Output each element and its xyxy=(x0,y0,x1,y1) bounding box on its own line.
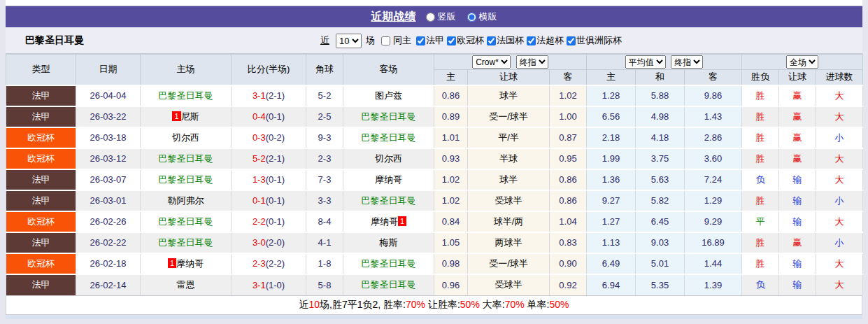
average-select[interactable]: 平均值 xyxy=(625,55,666,69)
home-team-name: 巴黎圣日耳曼 xyxy=(159,174,213,185)
radio-horizontal[interactable] xyxy=(467,13,476,22)
goals-result: 大 xyxy=(816,85,863,106)
league-checkbox[interactable] xyxy=(567,36,576,45)
handicap-result: 赢 xyxy=(779,232,816,253)
away-team-cell: 巴黎圣日耳曼 xyxy=(343,253,434,274)
league-label: 法甲 xyxy=(426,34,444,47)
winloss-result: 负 xyxy=(742,169,779,190)
league-checkbox[interactable] xyxy=(447,36,456,45)
corners-cell: 3-3 xyxy=(306,190,343,211)
rank-badge: 1 xyxy=(172,111,180,121)
avg-home-odds: 1.28 xyxy=(587,85,636,106)
scope-select[interactable]: 全场 xyxy=(786,55,818,69)
handicap-odds-group-header: Crow* 终指 xyxy=(434,55,587,70)
away-team-cell: 摩纳哥1 xyxy=(343,211,434,232)
handicap-away-odds: 0.86 xyxy=(550,190,587,211)
subcol-avg-home: 主 xyxy=(587,70,636,85)
summary-segment: 70% xyxy=(505,299,525,310)
league-filter[interactable]: 法超杯 xyxy=(524,34,564,47)
avg-home-odds: 9.27 xyxy=(587,190,636,211)
goals-result: 大 xyxy=(816,211,863,232)
avg-home-odds: 1.99 xyxy=(587,148,636,169)
bookmaker-select[interactable]: Crow* xyxy=(472,55,511,69)
radio-horizontal-option[interactable]: 横版 xyxy=(467,10,497,23)
league-type-badge: 欧冠杯 xyxy=(6,127,76,148)
league-type-badge: 法甲 xyxy=(6,274,76,295)
corners-cell: 4-1 xyxy=(306,232,343,253)
result-group-header: 全场 xyxy=(742,55,863,70)
avg-draw-odds: 6.45 xyxy=(636,211,685,232)
halftime-score: (2-1) xyxy=(266,153,285,164)
fulltime-score: 0-1 xyxy=(252,195,266,206)
away-team-cell: 切尔西 xyxy=(343,148,434,169)
fulltime-score: 0-4 xyxy=(252,111,266,122)
filter-controls: 近 10 场 同主 法甲 欧冠杯 法国杯 法超杯 世俱洲际杯 xyxy=(320,27,622,54)
match-date: 26-03-07 xyxy=(76,169,141,190)
handicap-home-odds: 1.02 xyxy=(434,190,468,211)
match-date: 26-03-22 xyxy=(76,106,141,127)
average-final-select[interactable]: 终指 xyxy=(671,55,703,69)
col-header-date: 日期 xyxy=(76,55,141,85)
winloss-result: 胜 xyxy=(742,190,779,211)
handicap-home-odds: 0.93 xyxy=(434,148,468,169)
avg-away-odds: 9.29 xyxy=(685,211,742,232)
handicap-result: 输 xyxy=(779,211,816,232)
winloss-result: 平 xyxy=(742,211,779,232)
handicap-result: 赢 xyxy=(779,106,816,127)
avg-away-odds: 1.39 xyxy=(685,274,742,295)
recent-count-select[interactable]: 10 xyxy=(336,34,362,48)
winloss-result: 胜 xyxy=(742,106,779,127)
subcol-handicap-line: 让球 xyxy=(468,70,550,85)
summary-segment: 70% xyxy=(406,299,425,310)
match-date: 26-02-26 xyxy=(76,211,141,232)
bookmaker-final-select[interactable]: 终指 xyxy=(516,55,548,69)
league-filters: 法甲 欧冠杯 法国杯 法超杯 世俱洲际杯 xyxy=(413,34,622,47)
halftime-score: (0-1) xyxy=(266,216,285,227)
league-filter[interactable]: 法甲 xyxy=(413,34,444,47)
radio-vertical[interactable] xyxy=(426,13,435,22)
handicap-line: 球半 xyxy=(468,169,550,190)
winloss-result: 胜 xyxy=(742,232,779,253)
league-checkbox[interactable] xyxy=(527,36,536,45)
league-checkbox[interactable] xyxy=(487,36,496,45)
avg-away-odds: 2.86 xyxy=(685,127,742,148)
home-team-name: 巴黎圣日耳曼 xyxy=(159,153,213,164)
league-type-badge: 欧冠杯 xyxy=(6,253,76,274)
winloss-result: 胜 xyxy=(742,127,779,148)
section-title-link[interactable]: 近期战绩 xyxy=(371,10,416,24)
league-checkbox[interactable] xyxy=(416,36,425,45)
halftime-score: (2-2) xyxy=(266,258,285,269)
league-filter[interactable]: 世俱洲际杯 xyxy=(564,34,622,47)
fulltime-score: 1-3 xyxy=(252,174,266,185)
col-header-home: 主场 xyxy=(141,55,232,85)
radio-vertical-option[interactable]: 竖版 xyxy=(426,10,456,23)
col-header-away: 客场 xyxy=(343,55,434,85)
away-team-name: 巴黎圣日耳曼 xyxy=(362,258,416,269)
halftime-score: (2-0) xyxy=(266,237,285,248)
handicap-line: 两球半 xyxy=(468,232,550,253)
league-type-badge: 法甲 xyxy=(6,106,76,127)
home-team-cell: 1摩纳哥 xyxy=(141,253,232,274)
filter-row: 巴黎圣日耳曼 近 10 场 同主 法甲 欧冠杯 法国杯 法超杯 世俱洲际杯 xyxy=(6,27,862,54)
score-cell: 2-2(0-1) xyxy=(232,211,306,232)
home-team-cell: 巴黎圣日耳曼 xyxy=(141,169,232,190)
league-filter[interactable]: 欧冠杯 xyxy=(444,34,484,47)
fulltime-score: 2-2 xyxy=(252,216,266,227)
team-title: 巴黎圣日耳曼 xyxy=(25,34,84,47)
winloss-result: 负 xyxy=(742,274,779,295)
league-filter[interactable]: 法国杯 xyxy=(484,34,524,47)
match-row: 法甲 26-03-22 1尼斯 0-4(0-1) 2-5 巴黎圣日耳曼 0.89… xyxy=(6,106,863,127)
away-team-name: 摩纳哥 xyxy=(371,216,398,227)
summary-segment: 10 xyxy=(309,299,320,310)
handicap-away-odds: 1.04 xyxy=(550,211,587,232)
summary-text: 近10场,胜7平1负2, 胜率:70% 让胜率:50% 大率:70% 单率:50… xyxy=(299,299,569,311)
handicap-home-odds: 1.05 xyxy=(434,232,468,253)
avg-away-odds: 7.24 xyxy=(685,169,742,190)
league-label: 法超杯 xyxy=(536,34,564,47)
subcol-avg-away: 客 xyxy=(685,70,742,85)
same-home-checkbox[interactable] xyxy=(381,36,390,45)
handicap-home-odds: 0.84 xyxy=(434,211,468,232)
recent-label-link[interactable]: 近 xyxy=(320,34,329,47)
summary-segment: 50% xyxy=(460,299,480,310)
fulltime-score: 3-1 xyxy=(252,280,266,290)
